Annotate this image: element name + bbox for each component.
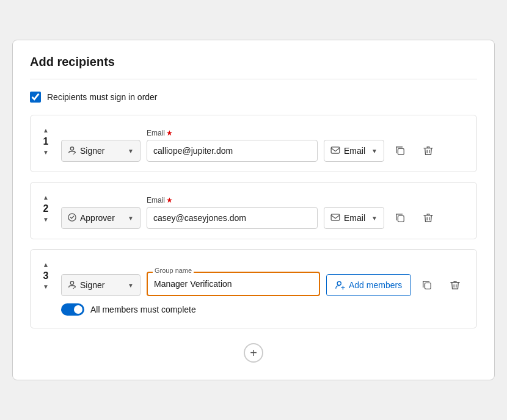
delivery-text-1: Email [344,146,365,156]
modal-title: Add recipients [30,55,477,69]
group-name-label: Group name [153,267,194,274]
delete-btn-2[interactable] [418,207,438,229]
approver-icon-2 [68,213,76,223]
email-delivery-icon-2 [330,213,340,223]
all-members-toggle[interactable] [61,303,84,316]
chevron-down-3[interactable]: ▼ [43,284,49,290]
email-input-2[interactable] [147,207,318,229]
role-chevron-2: ▼ [128,215,134,222]
role-chevron-3: ▼ [128,282,134,289]
card-row-3: Signer ▼ Group name [61,259,467,296]
role-field-1: Signer ▼ [61,125,140,162]
role-chevron-1: ▼ [128,148,134,154]
role-text-2: Approver [80,213,124,223]
email-delivery-icon-1 [330,146,340,156]
all-members-row: All members must complete [61,303,467,316]
group-name-input[interactable] [148,273,319,295]
sign-order-label: Recipients must sign in order [47,92,158,102]
delete-btn-1[interactable] [418,140,438,162]
role-field-2: Approver ▼ [61,192,140,229]
card-row-1: Signer ▼ Email★ [61,125,467,162]
chevron-down-1[interactable]: ▼ [43,150,49,156]
step-col-2: ▲ 2 ▼ [31,192,61,223]
delivery-field-1: Email ▼ [324,125,384,162]
signer-icon-3 [68,280,76,291]
svg-rect-2 [398,148,404,154]
recipient-card-2: ▲ 2 ▼ Approver ▼ [30,182,477,239]
delivery-chevron-1: ▼ [371,148,378,154]
group-name-wrapper: Group name [147,272,320,296]
svg-rect-4 [331,214,340,220]
add-recipients-modal: Add recipients Recipients must sign in o… [12,40,495,380]
card-row-2: Approver ▼ Email★ [61,192,467,229]
add-members-label: Add members [349,280,402,290]
sign-order-row: Recipients must sign in order [30,92,477,103]
role-dropdown-3[interactable]: Signer ▼ [61,274,140,296]
group-name-field: Group name [147,272,320,296]
card-content-1: Signer ▼ Email★ [61,125,467,162]
chevron-up-1[interactable]: ▲ [43,128,49,134]
recipient-card-1: ▲ 1 ▼ Signer [30,115,477,172]
copy-btn-1[interactable] [390,140,410,162]
delivery-chevron-2: ▼ [371,215,378,222]
delivery-field-2: Email ▼ [324,192,384,229]
delivery-dropdown-2[interactable]: Email ▼ [324,207,384,229]
sign-order-checkbox[interactable] [30,92,41,103]
card-content-3: Signer ▼ Group name [61,259,467,316]
step-number-3: 3 [43,270,49,281]
email-input-1[interactable] [147,140,318,162]
step-number-1: 1 [43,136,49,147]
role-text-1: Signer [80,146,124,156]
copy-btn-3[interactable] [417,274,437,296]
add-members-button[interactable]: Add members [326,274,411,296]
all-members-label: All members must complete [90,305,196,314]
email-field-1: Email★ [147,129,318,162]
svg-rect-1 [331,147,340,153]
role-text-3: Signer [80,280,124,290]
add-recipient-icon: + [250,346,257,360]
signer-icon-1 [68,146,76,156]
chevron-down-2[interactable]: ▼ [43,217,49,223]
delete-btn-3[interactable] [445,274,465,296]
step-number-2: 2 [43,203,49,214]
card-content-2: Approver ▼ Email★ [61,192,467,229]
role-dropdown-1[interactable]: Signer ▼ [61,140,140,162]
recipient-card-3: ▲ 3 ▼ Signer [30,249,477,328]
role-field-3: Signer ▼ [61,259,140,296]
role-dropdown-2[interactable]: Approver ▼ [61,207,140,229]
delivery-dropdown-1[interactable]: Email ▼ [324,140,384,162]
svg-point-7 [337,281,341,285]
chevron-up-2[interactable]: ▲ [43,195,49,201]
svg-rect-8 [425,283,431,289]
delivery-text-2: Email [344,213,365,223]
step-col-3: ▲ 3 ▼ [31,259,61,290]
title-divider [30,79,477,79]
chevron-up-3[interactable]: ▲ [43,262,49,268]
copy-btn-2[interactable] [390,207,410,229]
svg-point-0 [70,147,73,150]
add-recipient-button[interactable]: + [244,343,263,363]
email-field-2: Email★ [147,196,318,229]
svg-rect-5 [398,215,404,222]
svg-point-6 [70,281,73,284]
email-label-2: Email★ [147,196,318,205]
step-col-1: ▲ 1 ▼ [31,125,61,156]
email-label-1: Email★ [147,129,318,137]
